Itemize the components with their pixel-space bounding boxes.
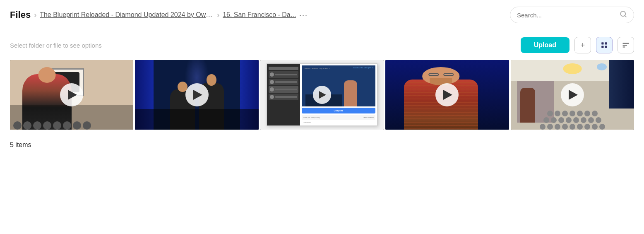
play-icon [193, 90, 202, 100]
play-icon [569, 90, 578, 100]
header: Files › The Blueprint Reloaded - Diamond… [0, 0, 644, 30]
breadcrumb: Files › The Blueprint Reloaded - Diamond… [10, 10, 507, 20]
items-count: 5 items [10, 141, 31, 148]
svg-rect-2 [601, 42, 603, 44]
breadcrumb-current[interactable]: 16. San Francisco - Da... [223, 11, 296, 19]
list-item[interactable] [135, 60, 258, 130]
grid-view-button[interactable] [596, 37, 613, 53]
play-button[interactable] [435, 83, 459, 106]
list-item[interactable] [511, 60, 634, 130]
svg-rect-4 [601, 46, 603, 48]
play-icon [443, 90, 452, 100]
list-item[interactable]: Diamond - Modules - Day 4 / Part 3 Downl… [260, 60, 384, 130]
play-button[interactable] [185, 83, 209, 106]
search-icon [620, 10, 627, 19]
svg-rect-3 [605, 42, 607, 44]
breadcrumb-files[interactable]: Files [10, 10, 31, 20]
footer: 5 items [0, 136, 644, 154]
search-input[interactable] [517, 12, 616, 19]
search-box [510, 7, 634, 23]
svg-rect-5 [605, 46, 607, 48]
svg-line-1 [625, 15, 626, 17]
list-item[interactable] [385, 60, 509, 130]
list-item[interactable] [10, 60, 133, 130]
toolbar-hint: Select folder or file to see options [10, 42, 516, 49]
breadcrumb-parent[interactable]: The Blueprint Reloaded - Diamond Updated… [40, 11, 214, 19]
breadcrumb-more-button[interactable]: ··· [299, 11, 308, 19]
upload-button[interactable]: Upload [521, 37, 570, 53]
play-icon [319, 91, 326, 99]
play-button[interactable] [60, 83, 83, 106]
play-icon [68, 90, 77, 100]
breadcrumb-sep-2: › [217, 11, 219, 19]
sort-button[interactable] [618, 37, 634, 53]
grid-area: Diamond - Modules - Day 4 / Part 3 Downl… [0, 60, 644, 136]
media-grid: Diamond - Modules - Day 4 / Part 3 Downl… [10, 60, 634, 130]
breadcrumb-sep-1: › [34, 11, 36, 19]
toolbar: Select folder or file to see options Upl… [0, 30, 644, 60]
add-button[interactable]: + [574, 37, 591, 53]
play-button[interactable] [313, 86, 331, 104]
play-button[interactable] [561, 83, 584, 106]
